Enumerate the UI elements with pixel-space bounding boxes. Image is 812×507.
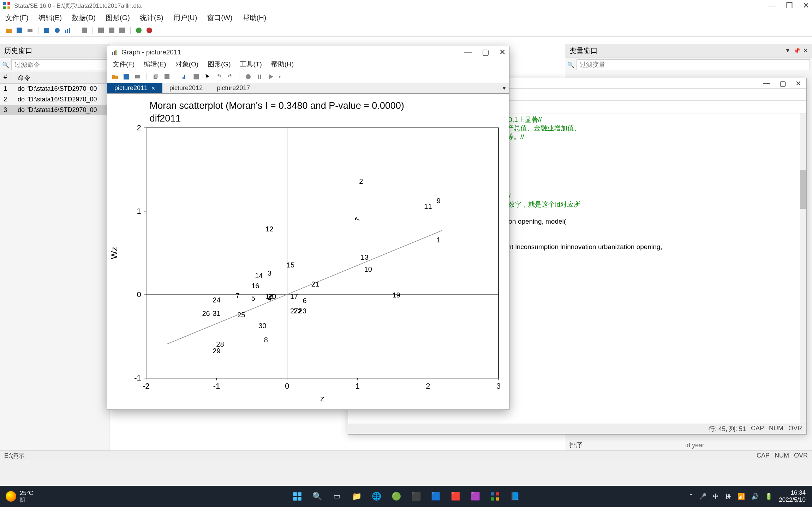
menu-edit[interactable]: 编辑(E)	[144, 60, 166, 69]
tab-picture2012[interactable]: picture2012	[162, 83, 210, 93]
menu-graphics[interactable]: 图形(G)	[208, 60, 231, 69]
open-icon[interactable]	[5, 27, 12, 34]
dropdown-icon[interactable]: ▾	[279, 74, 281, 79]
undo-icon[interactable]	[215, 73, 222, 80]
history-row[interactable]: 1do "D:\stata16\STD2970_00	[0, 84, 109, 94]
variables-manager-icon[interactable]	[119, 27, 126, 34]
graph-icon[interactable]	[64, 27, 71, 34]
variables-filter-input[interactable]	[577, 59, 810, 70]
svg-rect-5	[28, 29, 32, 32]
dofile-scrollbar[interactable]	[800, 113, 806, 424]
close-button[interactable]: ✕	[795, 79, 801, 88]
search-button[interactable]: 🔍	[310, 489, 324, 504]
edit-graph-icon[interactable]	[181, 73, 189, 80]
maximize-button[interactable]: ❐	[786, 1, 793, 10]
rename-icon[interactable]	[163, 73, 171, 80]
tray-volume-icon[interactable]: 🔊	[751, 493, 759, 500]
app-button-5[interactable]: 🟪	[468, 489, 483, 504]
windows-taskbar: 25°C 阴 🔍 ▭ 📁 🌐 🟢 ⬛ 🟦 🟥 🟪 📘 ˄ 🎤 中 拼 📶 🔊 🔋…	[0, 486, 812, 507]
menu-edit[interactable]: 编辑(E)	[38, 13, 62, 23]
pointer-icon[interactable]	[204, 73, 211, 80]
record-icon[interactable]	[245, 73, 252, 80]
grid-icon[interactable]	[193, 73, 200, 80]
close-button[interactable]: ✕	[499, 48, 506, 57]
ime-lang[interactable]: 中	[713, 493, 719, 501]
clock[interactable]: 16:34 2022/5/10	[779, 489, 806, 503]
tab-picture2017[interactable]: picture2017	[210, 83, 257, 93]
do-editor-icon[interactable]	[81, 27, 88, 34]
maximize-button[interactable]: ▢	[482, 48, 489, 57]
print-icon[interactable]	[26, 27, 34, 34]
task-view-button[interactable]: ▭	[329, 489, 344, 504]
minimize-button[interactable]: ―	[464, 48, 472, 57]
tray-network-icon[interactable]: 📶	[738, 493, 745, 500]
menu-window[interactable]: 窗口(W)	[207, 13, 232, 23]
weather-icon	[6, 491, 16, 502]
menu-help[interactable]: 帮助(H)	[271, 60, 294, 69]
app-button-6[interactable]: 📘	[507, 489, 522, 504]
scrollbar-thumb[interactable]	[800, 170, 806, 209]
data-editor-icon[interactable]	[97, 27, 105, 34]
menu-user[interactable]: 用户(U)	[173, 13, 197, 23]
history-col-num[interactable]: #	[0, 72, 14, 83]
start-button[interactable]	[290, 489, 305, 504]
menu-object[interactable]: 对象(O)	[175, 60, 198, 69]
tab-picture2011[interactable]: picture2011 ✕	[107, 83, 162, 93]
redo-icon[interactable]	[227, 73, 234, 80]
maximize-button[interactable]: ▢	[780, 79, 786, 88]
tray-mic-icon[interactable]: 🎤	[699, 493, 706, 500]
data-browser-icon[interactable]	[108, 27, 115, 34]
stata-menubar: 文件(F) 编辑(E) 数据(D) 图形(G) 统计(S) 用户(U) 窗口(W…	[0, 11, 812, 24]
app-button-3[interactable]: 🟦	[428, 489, 443, 504]
xtick-label: -1	[213, 382, 220, 390]
app-button-1[interactable]: 🟢	[389, 489, 404, 504]
play-icon[interactable]	[267, 73, 274, 80]
close-pane-icon[interactable]: ✕	[803, 47, 808, 54]
tray-battery-icon[interactable]: 🔋	[765, 493, 772, 500]
minimize-button[interactable]: ―	[763, 79, 770, 88]
log-icon[interactable]	[43, 27, 50, 34]
break-icon[interactable]	[146, 27, 153, 34]
tabs-dropdown-icon[interactable]: ▾	[499, 83, 509, 93]
weather-widget[interactable]: 25°C 阴	[0, 490, 39, 503]
save-icon[interactable]	[16, 27, 23, 34]
xtick-label: 1	[356, 382, 360, 390]
menu-graphics[interactable]: 图形(G)	[106, 13, 130, 23]
svg-rect-30	[258, 75, 259, 79]
save-icon[interactable]	[123, 73, 130, 80]
stata-taskbar-button[interactable]	[488, 489, 502, 504]
menu-file[interactable]: 文件(F)	[113, 60, 135, 69]
menu-help[interactable]: 帮助(H)	[243, 13, 267, 23]
close-button[interactable]: ✕	[803, 1, 809, 10]
viewer-icon[interactable]	[54, 27, 61, 34]
menu-data[interactable]: 数据(D)	[72, 13, 96, 23]
ytick-label: -1	[134, 373, 141, 382]
stata-titlebar[interactable]: Stata/SE 16.0 - E:\演示\data2011to2017alll…	[0, 0, 812, 11]
explorer-button[interactable]: 📁	[349, 489, 364, 504]
copy-icon[interactable]	[152, 73, 159, 80]
app-button-4[interactable]: 🟥	[448, 489, 463, 504]
app-button-2[interactable]: ⬛	[408, 489, 423, 504]
print-icon[interactable]	[134, 73, 141, 80]
svg-rect-25	[165, 74, 169, 79]
graph-titlebar[interactable]: Graph - picture2011 ― ▢ ✕	[107, 46, 509, 58]
history-row[interactable]: 3do "D:\stata16\STD2970_00	[0, 105, 109, 116]
ime-method[interactable]: 拼	[725, 493, 731, 501]
menu-file[interactable]: 文件(F)	[5, 13, 29, 23]
graph-title-text: Graph - picture2011	[121, 48, 181, 56]
close-tab-icon[interactable]: ✕	[151, 86, 155, 91]
edge-button[interactable]: 🌐	[369, 489, 384, 504]
more-icon[interactable]	[135, 27, 142, 34]
open-icon[interactable]	[112, 73, 119, 80]
minimize-button[interactable]: ―	[768, 1, 776, 10]
pin-icon[interactable]: 📌	[793, 47, 800, 54]
tray-chevron-icon[interactable]: ˄	[689, 493, 693, 500]
history-filter-input[interactable]	[11, 59, 107, 70]
history-row[interactable]: 2do "D:\stata16\STD2970_00	[0, 94, 109, 105]
menu-tools[interactable]: 工具(T)	[240, 60, 262, 69]
menu-stats[interactable]: 统计(S)	[140, 13, 163, 23]
stata-statusbar: E:\演示 CAP NUM OVR	[0, 450, 812, 460]
history-col-cmd[interactable]: 命令	[14, 72, 109, 83]
pause-icon[interactable]	[256, 73, 263, 80]
filter-icon[interactable]: ▼	[785, 47, 790, 54]
